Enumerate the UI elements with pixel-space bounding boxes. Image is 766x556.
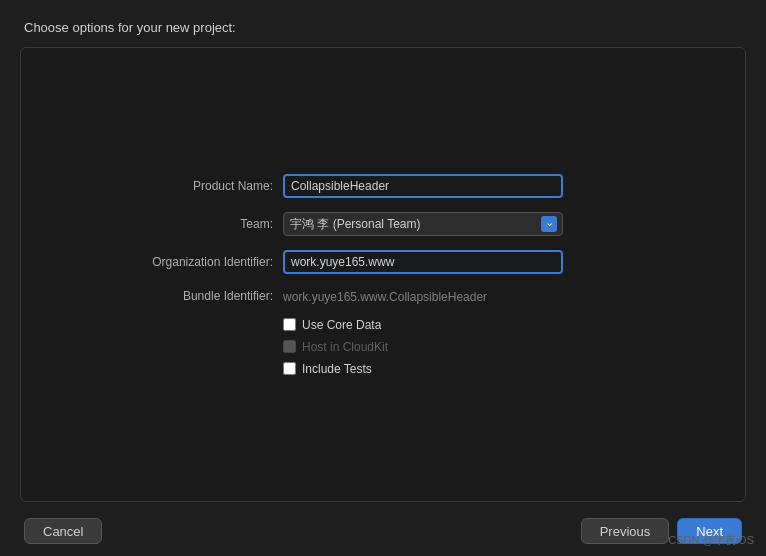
dialog-content: Product Name: Team: 宇鸿 李 (Personal Team) <box>20 47 746 502</box>
product-name-input[interactable] <box>283 174 563 198</box>
host-in-cloudkit-checkbox[interactable] <box>283 340 296 353</box>
include-tests-label: Include Tests <box>302 362 372 376</box>
dialog-title: Choose options for your new project: <box>20 20 746 35</box>
checkboxes-control: Use Core Data Host in CloudKit Include T… <box>283 318 683 376</box>
use-core-data-row: Use Core Data <box>283 318 683 332</box>
include-tests-row: Include Tests <box>283 362 683 376</box>
team-label: Team: <box>83 217 283 231</box>
use-core-data-label: Use Core Data <box>302 318 381 332</box>
bundle-identifier-value: work.yuye165.www.CollapsibleHeader <box>283 288 683 304</box>
use-core-data-checkbox[interactable] <box>283 318 296 331</box>
dialog-footer: Cancel Previous Next <box>20 506 746 556</box>
team-row: Team: 宇鸿 李 (Personal Team) <box>83 212 683 236</box>
org-identifier-row: Organization Identifier: <box>83 250 683 274</box>
product-name-control <box>283 174 683 198</box>
bundle-identifier-row: Bundle Identifier: work.yuye165.www.Coll… <box>83 288 683 304</box>
checkboxes-row: Use Core Data Host in CloudKit Include T… <box>83 318 683 376</box>
org-identifier-control <box>283 250 683 274</box>
team-select[interactable]: 宇鸿 李 (Personal Team) <box>283 212 563 236</box>
include-tests-checkbox[interactable] <box>283 362 296 375</box>
product-name-label: Product Name: <box>83 179 283 193</box>
checkboxes-area: Use Core Data Host in CloudKit Include T… <box>283 318 683 376</box>
host-in-cloudkit-label: Host in CloudKit <box>302 340 388 354</box>
cancel-button[interactable]: Cancel <box>24 518 102 544</box>
team-control: 宇鸿 李 (Personal Team) <box>283 212 683 236</box>
previous-button[interactable]: Previous <box>581 518 670 544</box>
form-area: Product Name: Team: 宇鸿 李 (Personal Team) <box>83 174 683 376</box>
team-select-wrapper: 宇鸿 李 (Personal Team) <box>283 212 563 236</box>
org-identifier-label: Organization Identifier: <box>83 255 283 269</box>
footer-left: Cancel <box>24 518 102 544</box>
dialog-container: Choose options for your new project: Pro… <box>0 0 766 556</box>
product-name-row: Product Name: <box>83 174 683 198</box>
bundle-identifier-label: Bundle Identifier: <box>83 289 283 303</box>
org-identifier-input[interactable] <box>283 250 563 274</box>
bundle-identifier-control: work.yuye165.www.CollapsibleHeader <box>283 288 683 304</box>
host-in-cloudkit-row: Host in CloudKit <box>283 340 683 354</box>
watermark: CSDN @宇夜iOS <box>668 533 754 548</box>
